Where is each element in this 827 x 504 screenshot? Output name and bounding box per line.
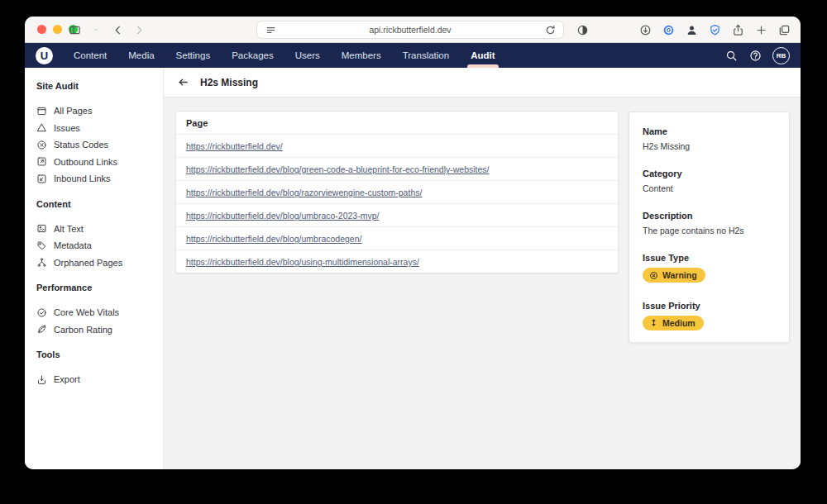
page-title: H2s Missing <box>200 77 258 88</box>
main-area: H2s Missing Page https://rickbutterfield… <box>164 68 801 469</box>
carbon-rating-icon <box>36 324 47 335</box>
detail-field-label: Issue Priority <box>643 301 776 311</box>
detail-field-label: Description <box>643 211 776 221</box>
sidebar-item-inbound-links[interactable]: Inbound Links <box>36 170 155 188</box>
detail-field-value: H2s Missing <box>643 141 776 151</box>
medium-badge: Medium <box>643 316 704 330</box>
sidebar-section-title: Tools <box>36 349 155 359</box>
table-row: https://rickbutterfield.dev/blog/green-c… <box>176 158 618 181</box>
page-link[interactable]: https://rickbutterfield.dev/blog/umbraco… <box>186 211 379 221</box>
sidebar-item-status-codes[interactable]: Status Codes <box>36 136 155 154</box>
topnav-item-content[interactable]: Content <box>63 43 117 68</box>
inbound-links-icon <box>36 174 47 184</box>
topnav-item-translation[interactable]: Translation <box>392 43 460 68</box>
reader-icon[interactable] <box>264 23 277 36</box>
sidebar-item-label: All Pages <box>54 106 92 116</box>
sidebar-section-title: Performance <box>36 283 155 292</box>
close-window-button[interactable] <box>37 25 46 34</box>
avatar[interactable]: RB <box>772 47 790 64</box>
issue-detail-panel: NameH2s MissingCategoryContentDescriptio… <box>629 112 790 343</box>
sidebar-item-metadata[interactable]: Metadata <box>36 237 155 254</box>
detail-field-label: Category <box>643 169 776 178</box>
help-icon[interactable] <box>748 49 762 62</box>
minimize-window-button[interactable] <box>53 25 62 34</box>
forward-icon[interactable] <box>132 23 146 36</box>
topnav-right: RB <box>724 47 801 64</box>
back-button[interactable] <box>177 76 190 89</box>
page-link[interactable]: https://rickbutterfield.dev/ <box>186 141 283 151</box>
sidebar-item-label: Outbound Links <box>54 157 117 167</box>
umbraco-topnav: U ContentMediaSettingsPackagesUsersMembe… <box>25 43 801 68</box>
sidebar-item-label: Orphaned Pages <box>54 258 122 268</box>
sidebar-item-label: Issues <box>54 123 80 133</box>
status-codes-icon <box>36 140 47 150</box>
umbraco-logo-icon[interactable]: U <box>36 47 53 64</box>
topnav-items: ContentMediaSettingsPackagesUsersMembers… <box>63 43 506 68</box>
topnav-item-audit[interactable]: Audit <box>460 43 505 68</box>
metadata-icon <box>36 240 47 251</box>
sidebar-item-carbon-rating[interactable]: Carbon Rating <box>36 321 155 339</box>
detail-field-label: Name <box>643 126 776 136</box>
all-pages-icon <box>36 106 47 116</box>
search-icon[interactable] <box>724 49 738 62</box>
page-link[interactable]: https://rickbutterfield.dev/blog/umbraco… <box>186 234 361 244</box>
core-web-vitals-icon <box>36 307 47 318</box>
page-link[interactable]: https://rickbutterfield.dev/blog/using-m… <box>186 257 419 267</box>
page-link[interactable]: https://rickbutterfield.dev/blog/green-c… <box>186 164 490 174</box>
sidebar-section-title: Content <box>36 199 155 209</box>
contrast-icon[interactable] <box>576 23 589 36</box>
table-column-header: Page <box>176 112 618 135</box>
chevron-down-icon[interactable] <box>89 23 103 36</box>
new-tab-icon[interactable] <box>754 23 767 36</box>
sidebar-item-all-pages[interactable]: All Pages <box>36 102 155 120</box>
alt-text-icon <box>36 223 47 234</box>
detail-field-issue-priority: Issue PriorityMedium <box>643 301 776 331</box>
browser-chrome: api.rickbutterfield.dev <box>25 17 801 43</box>
topnav-item-packages[interactable]: Packages <box>221 43 284 68</box>
address-bar[interactable]: api.rickbutterfield.dev <box>256 21 564 39</box>
download-circle-icon[interactable] <box>638 23 652 36</box>
main-header: H2s Missing <box>164 68 801 97</box>
main-content: Page https://rickbutterfield.dev/https:/… <box>164 97 801 469</box>
sidebar-section-content: ContentAlt TextMetadataOrphaned Pages <box>36 199 155 272</box>
sidebar-item-outbound-links[interactable]: Outbound Links <box>36 154 155 171</box>
sidebar-item-issues[interactable]: Issues <box>36 120 155 137</box>
sidebar: Site AuditAll PagesIssuesStatus CodesOut… <box>25 68 164 469</box>
badge-label: Medium <box>662 318 696 328</box>
sidebar-item-core-web-vitals[interactable]: Core Web Vitals <box>36 304 155 321</box>
sidebar-item-label: Alt Text <box>54 224 84 234</box>
reload-icon[interactable] <box>543 23 557 36</box>
export-icon <box>36 374 47 385</box>
page-link[interactable]: https://rickbutterfield.dev/blog/razorvi… <box>186 188 422 197</box>
tabs-icon[interactable] <box>777 23 791 36</box>
browser-window: api.rickbutterfield.dev U ContentMediaSe… <box>25 17 801 469</box>
table-row: https://rickbutterfield.dev/blog/using-m… <box>176 250 618 273</box>
pages-table: Page https://rickbutterfield.dev/https:/… <box>175 111 619 273</box>
badge-label: Warning <box>662 270 697 280</box>
warning-badge: Warning <box>643 268 705 283</box>
detail-field-description: DescriptionThe page contains no H2s <box>643 211 776 235</box>
chrome-toolbar-icons <box>638 23 791 36</box>
priority-arrows-icon <box>649 318 658 327</box>
sidebar-item-export[interactable]: Export <box>36 371 155 388</box>
address-text[interactable]: api.rickbutterfield.dev <box>277 25 543 35</box>
table-row: https://rickbutterfield.dev/ <box>176 135 618 158</box>
sidebar-item-label: Export <box>54 374 80 384</box>
sidebar-section-performance: PerformanceCore Web VitalsCarbon Rating <box>36 283 155 338</box>
detail-field-issue-type: Issue TypeWarning <box>643 253 776 283</box>
sidebar-item-alt-text[interactable]: Alt Text <box>36 221 155 238</box>
share-icon[interactable] <box>731 23 744 36</box>
onepassword-icon[interactable] <box>662 23 675 36</box>
sidebar-item-orphaned-pages[interactable]: Orphaned Pages <box>36 254 155 272</box>
extension-avatar-icon[interactable] <box>685 23 698 36</box>
topnav-item-members[interactable]: Members <box>331 43 392 68</box>
shield-check-icon[interactable] <box>708 23 721 36</box>
sidebar-toggle-icon[interactable] <box>68 23 81 36</box>
topnav-item-media[interactable]: Media <box>117 43 165 68</box>
back-icon[interactable] <box>111 23 124 36</box>
topnav-item-users[interactable]: Users <box>284 43 331 68</box>
topnav-item-settings[interactable]: Settings <box>165 43 222 68</box>
sidebar-section-tools: ToolsExport <box>36 349 155 388</box>
detail-field-category: CategoryContent <box>643 169 776 193</box>
sidebar-item-label: Carbon Rating <box>54 325 112 335</box>
